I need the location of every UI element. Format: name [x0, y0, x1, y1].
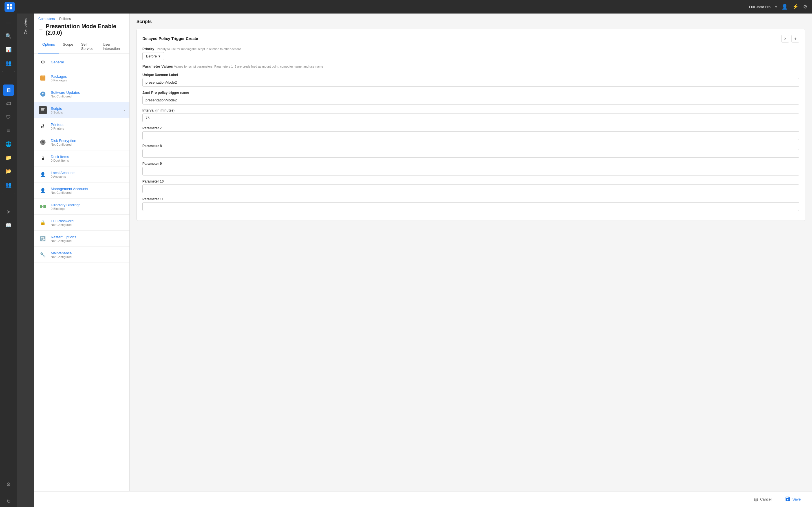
sidebar-item-management-accounts[interactable]: 👤 Management Accounts Not Configured [34, 182, 130, 199]
general-icon: ⚙ [38, 57, 47, 66]
disk-encryption-sub: Not Configured [51, 143, 125, 146]
breadcrumb: Computers : Policies [38, 17, 125, 21]
restart-options-title: Restart Options [51, 235, 125, 239]
tab-user-interaction[interactable]: User Interaction [99, 40, 125, 54]
local-accounts-icon: 👤 [38, 170, 47, 179]
tab-options[interactable]: Options [38, 40, 59, 54]
scripts-arrow-icon: › [124, 108, 125, 112]
maintenance-sub: Not Configured [51, 255, 125, 259]
priority-hint: Priority to use for running the script i… [157, 47, 241, 51]
save-disk-icon [785, 496, 791, 503]
scripts-icon [38, 106, 47, 115]
param10-input[interactable] [142, 184, 799, 193]
policy-sidebar: Computers : Policies ← Presentation Mode… [34, 13, 130, 507]
save-label: Save [792, 497, 801, 501]
sidebar-item-disk-encryption[interactable]: Disk Encryption Not Configured [34, 134, 130, 151]
disk-encryption-title: Disk Encryption [51, 138, 125, 143]
maintenance-title: Maintenance [51, 251, 125, 255]
app-logo[interactable] [4, 2, 15, 12]
rail-icon-shield[interactable]: 🛡 [3, 112, 14, 123]
sidebar-item-scripts[interactable]: Scripts 3 Scripts › [34, 102, 130, 118]
param11-input[interactable] [142, 202, 799, 211]
rail-icon-folder2[interactable]: 📂 [3, 166, 14, 177]
management-accounts-icon: 👤 [38, 186, 47, 195]
rail-icon-chart[interactable]: 📊 [3, 44, 14, 55]
scripts-title: Scripts [51, 107, 120, 111]
save-button[interactable]: Save [780, 494, 805, 505]
scripts-sub: 3 Scripts [51, 111, 120, 114]
printers-icon: 🖨 [38, 122, 47, 131]
rail-icon-people[interactable]: 👥 [3, 179, 14, 190]
svg-rect-9 [41, 111, 43, 111]
left-sidebar: Computers [17, 13, 34, 507]
lightning-icon[interactable]: ⚡ [792, 4, 799, 10]
user-icon[interactable]: 👤 [781, 4, 788, 10]
rail-icon-globe[interactable]: 🌐 [3, 138, 14, 150]
script-card-actions: × + [781, 35, 799, 43]
sidebar-item-directory-bindings[interactable]: Directory Bindings 0 Bindings [34, 199, 130, 215]
unique-daemon-label-label: Unique Daemon Label [142, 73, 799, 77]
svg-rect-1 [10, 4, 12, 6]
cancel-button[interactable]: ⊗ Cancel [749, 494, 776, 505]
sidebar-item-general[interactable]: ⚙ General [34, 54, 130, 70]
interval-group: Interval (in minutes) [142, 108, 799, 122]
jamf-trigger-label: Jamf Pro policy trigger name [142, 91, 799, 95]
rail-icon-book[interactable]: 📖 [3, 220, 14, 231]
packages-icon [38, 73, 47, 82]
param10-group: Parameter 10 [142, 179, 799, 193]
disk-encryption-icon [38, 138, 47, 147]
rail-icon-divider1 [2, 71, 15, 82]
rail-icon-list[interactable]: ≡ [3, 125, 14, 136]
jamf-trigger-group: Jamf Pro policy trigger name [142, 91, 799, 105]
rail-icon-circle-arrow[interactable]: ↻ [3, 496, 14, 507]
param8-label: Parameter 8 [142, 144, 799, 148]
svg-rect-14 [43, 205, 46, 208]
back-button[interactable]: ← [38, 27, 43, 33]
app-name-dropdown-arrow[interactable]: ▾ [775, 5, 777, 9]
param-values-section: Parameter Values Values for script param… [142, 64, 799, 68]
sidebar-item-restart-options[interactable]: 🔃 Restart Options Not Configured [34, 231, 130, 247]
rail-icon-folder[interactable]: 📁 [3, 152, 14, 163]
management-accounts-title: Management Accounts [51, 187, 125, 191]
sidebar-item-software-updates[interactable]: Software Updates Not Configured [34, 86, 130, 102]
sidebar-item-local-accounts[interactable]: 👤 Local Accounts 0 Accounts [34, 166, 130, 182]
tab-self-service[interactable]: Self Service [77, 40, 99, 54]
sidebar-item-efi-password[interactable]: 🔒 EFI Password Not Configured [34, 215, 130, 231]
interval-input[interactable] [142, 114, 799, 122]
management-accounts-sub: Not Configured [51, 191, 125, 194]
param8-group: Parameter 8 [142, 144, 799, 158]
sidebar-item-dock-items[interactable]: 🖥 Dock Items 0 Dock Items [34, 151, 130, 166]
software-updates-sub: Not Configured [51, 95, 125, 98]
svg-rect-8 [41, 110, 44, 110]
param9-label: Parameter 9 [142, 162, 799, 166]
rail-icon-users[interactable]: 👥 [3, 57, 14, 69]
tab-scope[interactable]: Scope [59, 40, 77, 54]
settings-icon[interactable]: ⚙ [803, 4, 808, 10]
breadcrumb-parent-link[interactable]: Computers [38, 17, 55, 21]
page-title: ← Presentation Mode Enable (2.0.0) [38, 21, 125, 40]
sidebar-item-packages[interactable]: Packages 0 Packages [34, 70, 130, 86]
rail-icon-tag[interactable]: 🏷 [3, 98, 14, 109]
param9-input[interactable] [142, 167, 799, 175]
rail-icon-settings-bottom[interactable]: ⚙ [3, 479, 14, 490]
directory-bindings-title: Directory Bindings [51, 203, 125, 207]
add-script-button[interactable]: + [792, 35, 799, 43]
rail-icon-search[interactable]: 🔍 [3, 31, 14, 42]
restart-options-icon: 🔃 [38, 234, 47, 243]
rail-icon-computers[interactable]: 🖥 [3, 84, 14, 96]
printers-sub: 0 Printers [51, 127, 125, 130]
rail-icon-arrow[interactable]: ➤ [3, 206, 14, 217]
sidebar-item-maintenance[interactable]: 🔧 Maintenance Not Configured [34, 247, 130, 263]
unique-daemon-label-input[interactable] [142, 78, 799, 87]
param7-input[interactable] [142, 131, 799, 140]
priority-field-group: Priority Priority to use for running the… [142, 47, 799, 60]
close-script-button[interactable]: × [781, 35, 789, 43]
sidebar-item-printers[interactable]: 🖨 Printers 0 Printers [34, 118, 130, 134]
general-title: General [51, 60, 125, 64]
jamf-trigger-input[interactable] [142, 96, 799, 105]
param8-input[interactable] [142, 149, 799, 158]
priority-dropdown[interactable]: Before ▾ [142, 52, 164, 60]
rail-icon-dash[interactable]: — [3, 17, 14, 28]
app-name-label[interactable]: Full Jamf Pro [749, 5, 770, 9]
unique-daemon-label-group: Unique Daemon Label [142, 73, 799, 87]
